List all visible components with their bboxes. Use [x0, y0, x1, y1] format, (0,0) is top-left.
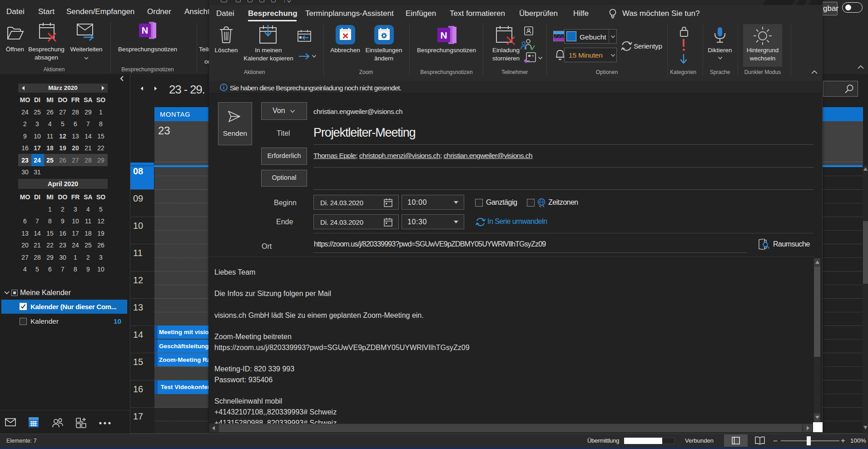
svg-text:N: N: [142, 25, 148, 35]
svg-text:N: N: [440, 30, 447, 40]
